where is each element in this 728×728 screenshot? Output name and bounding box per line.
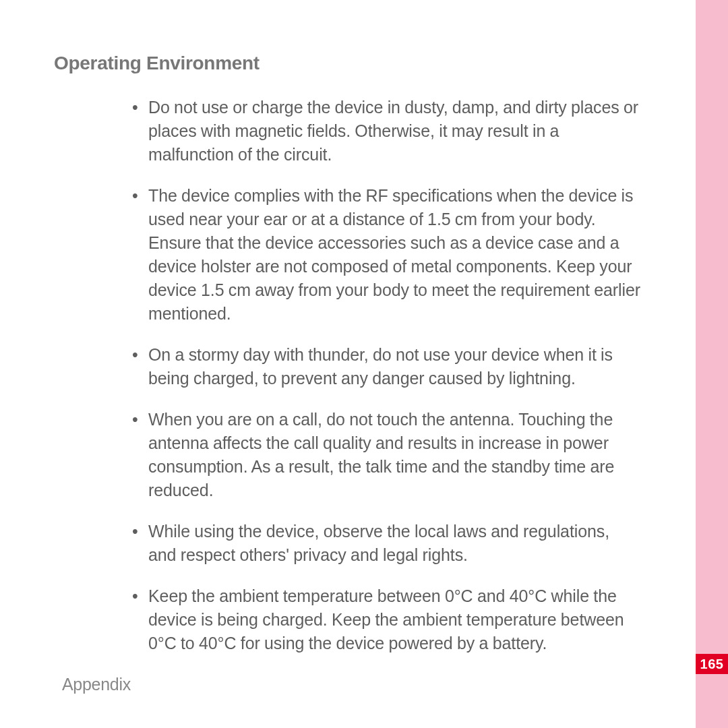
list-item: Do not use or charge the device in dusty… bbox=[128, 96, 640, 166]
list-item: On a stormy day with thunder, do not use… bbox=[128, 343, 640, 390]
page-container: 165 Operating Environment Do not use or … bbox=[0, 0, 728, 728]
page-number-tab: 165 bbox=[696, 654, 728, 674]
list-item: The device complies with the RF specific… bbox=[128, 184, 640, 326]
content-area: Operating Environment Do not use or char… bbox=[54, 53, 661, 673]
side-color-band bbox=[696, 0, 728, 728]
bullet-list: Do not use or charge the device in dusty… bbox=[128, 96, 640, 655]
list-item: When you are on a call, do not touch the… bbox=[128, 408, 640, 502]
list-item: Keep the ambient temperature between 0°C… bbox=[128, 584, 640, 655]
page-number: 165 bbox=[700, 657, 724, 671]
list-item: While using the device, observe the loca… bbox=[128, 520, 640, 567]
footer-section-label: Appendix bbox=[62, 675, 131, 694]
section-heading: Operating Environment bbox=[54, 53, 661, 74]
